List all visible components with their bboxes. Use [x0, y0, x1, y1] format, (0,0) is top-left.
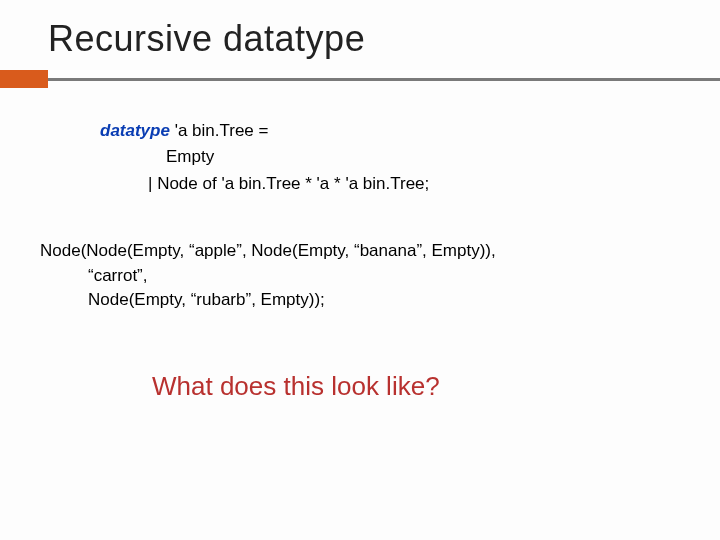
example-line-1: Node(Node(Empty, “apple”, Node(Empty, “b… [40, 239, 720, 264]
code-line-2: Empty [100, 144, 720, 170]
slide-title: Recursive datatype [48, 18, 720, 60]
slide-title-area: Recursive datatype [0, 0, 720, 70]
code-line-1-rest: 'a bin.Tree = [170, 121, 269, 140]
divider-line [48, 78, 720, 81]
accent-block [0, 70, 48, 88]
code-line-3: | Node of 'a bin.Tree * 'a * 'a bin.Tree… [100, 171, 720, 197]
code-line-1: datatype 'a bin.Tree = [100, 118, 720, 144]
example-line-2: “carrot”, [40, 264, 720, 289]
keyword-datatype: datatype [100, 121, 170, 140]
question-text: What does this look like? [0, 313, 720, 402]
title-divider [0, 70, 720, 88]
example-code: Node(Node(Empty, “apple”, Node(Empty, “b… [0, 197, 720, 313]
datatype-code: datatype 'a bin.Tree = Empty | Node of '… [0, 88, 720, 197]
example-line-3: Node(Empty, “rubarb”, Empty)); [40, 288, 720, 313]
